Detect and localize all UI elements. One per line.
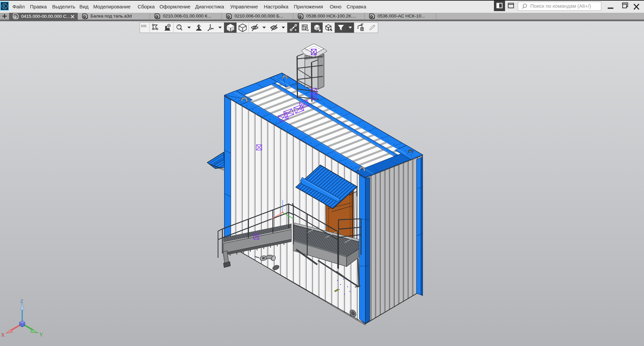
svg-text:Y: Y: [39, 332, 43, 337]
svg-text:X: X: [1, 332, 5, 338]
svg-text:Z: Z: [20, 299, 23, 304]
